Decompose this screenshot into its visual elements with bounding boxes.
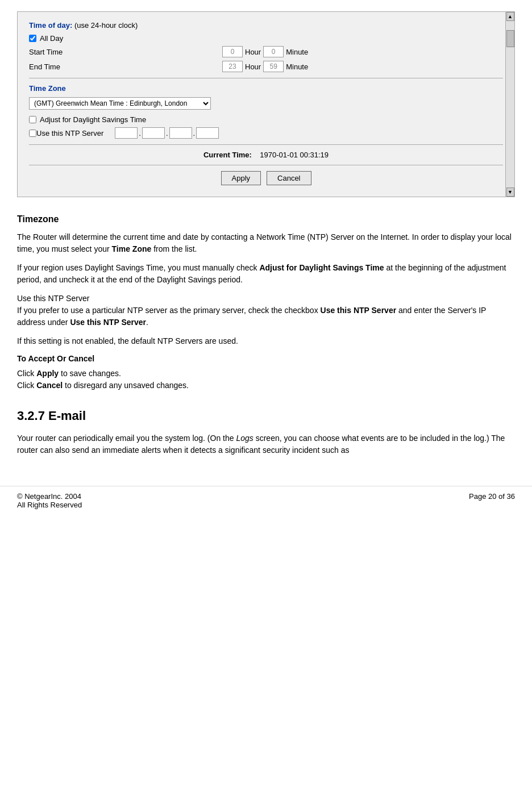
start-time-row: Start Time Hour Minute [29,46,503,57]
use-ntp-heading: Use this NTP Server [17,294,89,303]
end-minute-input[interactable] [263,61,284,72]
ntp-dot-2: . [166,129,168,138]
ui-panel: Time of day: (use 24-hour clock) All Day… [17,11,515,197]
all-day-row: All Day [29,34,503,43]
ntp-dot-1: . [139,129,141,138]
start-minute-input[interactable] [263,46,284,57]
scrollbar-thumb[interactable] [506,30,514,47]
panel-inner: Time of day: (use 24-hour clock) All Day… [18,12,514,197]
timezone-section-label: Time Zone [29,84,503,93]
use-ntp-checkbox[interactable] [29,130,36,137]
email-section-heading: 3.2.7 E-mail [17,409,515,423]
timezone-para-2-bold: Adjust for Daylight Savings Time [259,263,384,272]
footer: © NetgearInc. 2004 All Rights Reserved P… [0,486,532,515]
ntp-server-row: Use this NTP Server . . . [29,127,503,139]
ntp-ip-3[interactable] [169,127,192,139]
hour-label-2: Hour [245,63,261,71]
current-time-label: Current Time: [203,151,252,159]
timezone-doc-title: Timezone [17,214,515,224]
time-of-day-note: (use 24-hour clock) [74,21,138,30]
timezone-select[interactable]: (GMT) Greenwich Mean Time : Edinburgh, L… [29,97,211,110]
start-hour-input[interactable] [222,46,243,57]
timezone-para-4-text: If this setting is not enabled, the defa… [17,336,238,345]
scrollbar-track[interactable]: ▲ ▼ [505,12,514,197]
divider-1 [29,78,503,78]
timezone-para-3-end: . [146,318,148,327]
email-para-start: Your router can periodically email you t… [17,434,236,443]
divider-2 [29,144,503,145]
click-cancel-bold: Cancel [36,381,63,390]
adjust-dst-checkbox[interactable] [29,116,36,123]
start-time-label: Start Time [29,48,222,56]
email-logs-italic: Logs [236,434,253,443]
adjust-dst-label: Adjust for Daylight Savings Time [40,115,146,124]
page-container: Time of day: (use 24-hour clock) All Day… [0,11,532,515]
all-day-label: All Day [40,34,63,43]
scrollbar-arrow-down[interactable]: ▼ [506,188,514,197]
doc-content: Timezone The Router will determine the c… [0,197,532,474]
hour-label-1: Hour [245,48,261,56]
adjust-dst-row: Adjust for Daylight Savings Time [29,115,503,124]
timezone-para-2-text: If your region uses Daylight Savings Tim… [17,263,259,272]
timezone-para-1-bold: Time Zone [112,244,152,253]
end-time-label: End Time [29,63,222,71]
timezone-section: Time Zone (GMT) Greenwich Mean Time : Ed… [29,84,503,110]
timezone-para-2: If your region uses Daylight Savings Tim… [17,262,515,286]
timezone-para-3-bold2: Use this NTP Server [70,318,146,327]
timezone-para-4: If this setting is not enabled, the defa… [17,335,515,347]
footer-page: Page 20 of 36 [469,492,515,509]
divider-3 [29,165,503,165]
ntp-ip-group: . . . [115,127,219,139]
click-cancel-end: to disregard any unsaved changes. [63,381,189,390]
footer-copyright-line1: © NetgearInc. 2004 [17,492,81,501]
accept-cancel-heading: To Accept Or Cancel [17,354,515,363]
click-apply-end: to save changes. [59,369,121,378]
cancel-button[interactable]: Cancel [267,171,311,185]
time-of-day-label: Time of day: (use 24-hour clock) [29,21,503,30]
timezone-para-1-end: from the list. [151,244,197,253]
email-para: Your router can periodically email you t… [17,432,515,456]
ntp-dot-3: . [193,129,196,138]
ntp-ip-4[interactable] [196,127,219,139]
timezone-para-3-bold1: Use this NTP Server [321,306,397,315]
ntp-ip-1[interactable] [115,127,138,139]
click-apply-para: Click Apply to save changes. Click Cance… [17,368,515,392]
timezone-para-1-text: The Router will determine the current ti… [17,232,512,253]
scrollbar-arrow-up[interactable]: ▲ [506,12,514,21]
end-time-row: End Time Hour Minute [29,61,503,72]
current-time-value: 1970-01-01 00:31:19 [260,151,329,159]
click-apply-text: Click [17,369,36,378]
timezone-para-3: Use this NTP Server If you prefer to use… [17,293,515,328]
ntp-ip-2[interactable] [142,127,165,139]
click-apply-bold: Apply [36,369,59,378]
apply-button[interactable]: Apply [221,171,261,185]
minute-label-1: Minute [286,48,308,56]
end-hour-input[interactable] [222,61,243,72]
timezone-para-1: The Router will determine the current ti… [17,231,515,255]
click-cancel-text: Click [17,381,36,390]
footer-copyright: © NetgearInc. 2004 All Rights Reserved [17,492,82,509]
buttons-row: Apply Cancel [29,171,503,185]
timezone-para-3-text: If you prefer to use a particular NTP se… [17,306,321,315]
time-of-day-text: Time of day: [29,21,72,30]
use-ntp-label: Use this NTP Server [36,129,103,138]
all-day-checkbox[interactable] [29,35,36,42]
footer-rights: All Rights Reserved [17,501,82,509]
minute-label-2: Minute [286,63,308,71]
current-time-row: Current Time: 1970-01-01 00:31:19 [29,151,503,159]
